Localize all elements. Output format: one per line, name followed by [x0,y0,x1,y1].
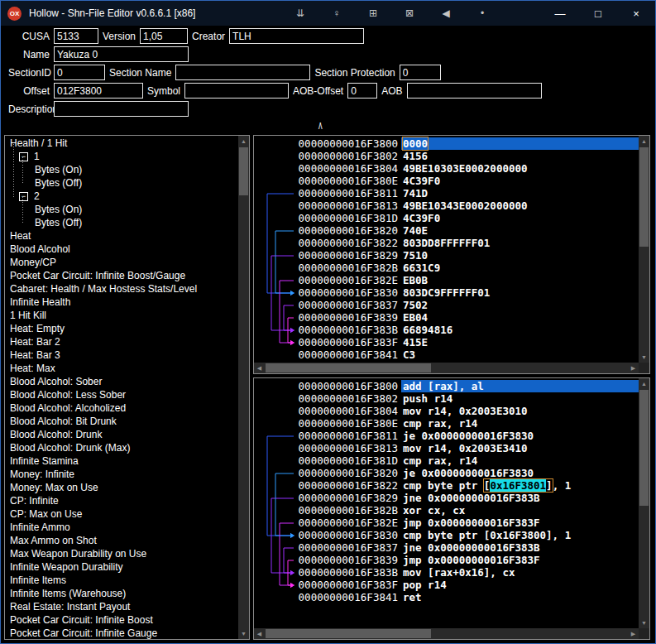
splitter-collapse-handle[interactable]: /\ [318,122,322,131]
scroll-up-icon[interactable]: ▲ [238,136,249,147]
hex-row[interactable]: 00000000016F38024156 [295,150,639,162]
tree-item[interactable]: Infinite Items (Warehouse) [5,587,238,600]
hex-row[interactable]: 00000000016F382EEB0B [295,274,639,286]
scroll-up-icon[interactable]: ▲ [639,136,649,147]
tree-item[interactable]: Heat [5,229,238,243]
disasm-row[interactable]: 00000000016F383Fpop r14 [295,579,639,591]
hex-row[interactable]: 00000000016F381D4C39F0 [295,212,639,224]
tree-item[interactable]: CP: Max on Use [5,507,238,521]
section-id-field[interactable] [54,65,105,80]
grid-close-icon[interactable]: ⊠ [404,7,415,19]
grid-window-icon[interactable]: ⊞ [367,7,379,19]
tree-item[interactable]: Money/CP [5,256,238,269]
disasm-row[interactable]: 00000000016F3813mov r14, 0x2003E3410 [295,442,639,454]
tree-item[interactable]: Blood Alcohol: Drunk [5,428,238,441]
tree-item[interactable]: Real Estate: Instant Payout [5,600,238,613]
scroll-right-icon[interactable]: ▶ [628,363,639,373]
disasm-row[interactable]: 00000000016F3802push r14 [295,392,639,405]
hex-row[interactable]: 00000000016F3841C3 [295,348,639,361]
disasm-row[interactable]: 00000000016F3820je 0x00000000016F3830 [295,467,639,479]
tree-item[interactable]: Blood Alcohol: Drunk (Max) [5,441,238,454]
disasm-row[interactable]: 00000000016F3811je 0x00000000016F3830 [295,430,639,442]
disasm-row[interactable]: 00000000016F383Bmov [rax+0x16], cx [295,566,639,579]
scroll-up-icon[interactable]: ▲ [639,378,649,389]
disasm-row[interactable]: 00000000016F382Bxor cx, cx [295,504,639,517]
tree-item[interactable]: Heat: Bar 3 [5,348,238,362]
tree-child-item[interactable]: Bytes (Off) [5,216,238,229]
tree-item[interactable]: Infinite Stamina [5,454,238,468]
tree-item[interactable]: 1 Hit Kill [5,309,238,322]
tree-item[interactable]: Infinite Weapon Durability [5,560,238,574]
hex-row[interactable]: 00000000016F383B66894816 [295,324,639,336]
tree-child-item[interactable]: Bytes (On) [5,203,238,216]
tree-item[interactable]: Max Ammo on Shot [5,534,238,547]
tree-item[interactable]: Pocket Car Circuit: Infinite Boost/Gauge [5,269,238,282]
dot-icon[interactable]: • [476,7,488,19]
disasm-row[interactable]: 00000000016F3804mov r14, 0x2003E3010 [295,405,639,417]
scroll-left-icon[interactable]: ◀ [254,628,265,639]
disasm-row[interactable]: 00000000016F381Dcmp rax, r14 [295,454,639,467]
name-field[interactable] [54,46,189,62]
operand-selection-box[interactable]: [0x16F3801] [484,479,553,492]
tree-item[interactable]: Infinite Ammo [5,521,238,534]
tree-child-item[interactable]: Bytes (Off) [5,176,238,190]
tree-child-item[interactable]: Bytes (On) [5,163,238,176]
aob-offset-field[interactable] [347,83,377,99]
tree-item[interactable]: Blood Alcohol: Less Sober [5,388,238,401]
tree-item[interactable]: Pocket Car Circuit: Infinite Gauge [5,627,238,639]
description-field[interactable] [54,101,189,117]
tree-item[interactable]: Heat: Bar 2 [5,335,238,348]
disasm-row[interactable]: 00000000016F3837jne 0x00000000016F383B [295,541,639,554]
scrollbar-thumb[interactable] [639,390,649,506]
hex-horizontal-scrollbar[interactable]: ◀ ▶ [254,363,639,373]
aob-field[interactable] [407,83,542,99]
scroll-down-icon[interactable]: ▼ [639,352,649,363]
minimize-button[interactable]: — [541,1,579,26]
tree-item[interactable]: Heat: Max [5,362,238,375]
tree-item[interactable]: Pocket Car Circuit: Infinite Boost [5,613,238,627]
hex-row[interactable]: 00000000016F3830803DC9FFFFFF01 [295,286,639,299]
scroll-left-icon[interactable]: ◀ [254,363,265,373]
section-name-field[interactable] [175,65,310,80]
tree-item[interactable]: Money: Max on Use [5,481,238,494]
disasm-row[interactable]: 00000000016F3829jne 0x00000000016F383B [295,492,639,504]
hex-row[interactable]: 00000000016F38297510 [295,249,639,262]
tree-item[interactable]: Cabaret: Health / Max Hostess Stats/Leve… [5,282,238,296]
close-button[interactable]: × [617,1,655,26]
tree-vertical-scrollbar[interactable]: ▲ ▼ [238,136,249,639]
tree-item[interactable]: Blood Alcohol: Alcoholized [5,401,238,415]
hex-vertical-scrollbar[interactable]: ▲ ▼ [639,136,649,363]
tree-group-row[interactable]: −1 [5,150,238,163]
hex-row[interactable]: 00000000016F38377502 [295,299,639,311]
disasm-row[interactable]: 00000000016F382Ejmp 0x00000000016F383F [295,517,639,529]
scroll-down-icon[interactable]: ▼ [639,618,649,628]
collapse-icon[interactable]: − [19,152,28,161]
disasm-vertical-scrollbar[interactable]: ▲ ▼ [639,378,649,628]
scrollbar-thumb[interactable] [266,629,431,638]
version-field[interactable] [140,28,188,44]
disasm-row[interactable]: 00000000016F3839jmp 0x00000000016F383F [295,554,639,566]
hex-row[interactable]: 00000000016F3839EB04 [295,311,639,324]
tree-item[interactable]: Money: Infinite [5,468,238,481]
hex-row[interactable]: 00000000016F381349BE10343E0002000000 [295,199,639,212]
arrows-down-icon[interactable]: ⇊ [294,7,306,19]
key-icon[interactable]: ♀ [331,7,342,19]
tree-group-row[interactable]: −2 [5,190,238,203]
cusa-field[interactable] [54,28,98,44]
disasm-horizontal-scrollbar[interactable]: ◀ ▶ [254,628,639,639]
hex-row[interactable]: 00000000016F382B6631C9 [295,262,639,274]
speaker-icon[interactable]: ◀ [440,7,452,19]
symbol-field[interactable] [184,83,289,99]
tree-root-item[interactable]: Health / 1 Hit [5,137,238,150]
hex-row[interactable]: 00000000016F380E4C39F0 [295,175,639,187]
hex-row[interactable]: 00000000016F383F415E [295,336,639,348]
scroll-down-icon[interactable]: ▼ [238,628,249,639]
maximize-button[interactable]: □ [579,1,617,26]
tree-item[interactable]: Heat: Empty [5,322,238,335]
hex-row[interactable]: 00000000016F3811741D [295,187,639,199]
tree-item[interactable]: Blood Alcohol [5,243,238,256]
offset-field[interactable] [54,83,143,99]
scrollbar-thumb[interactable] [639,147,649,247]
disasm-row[interactable]: 00000000016F3841ret [295,591,639,603]
disasm-row[interactable]: 00000000016F3830cmp byte ptr [0x16F3800]… [295,529,639,541]
